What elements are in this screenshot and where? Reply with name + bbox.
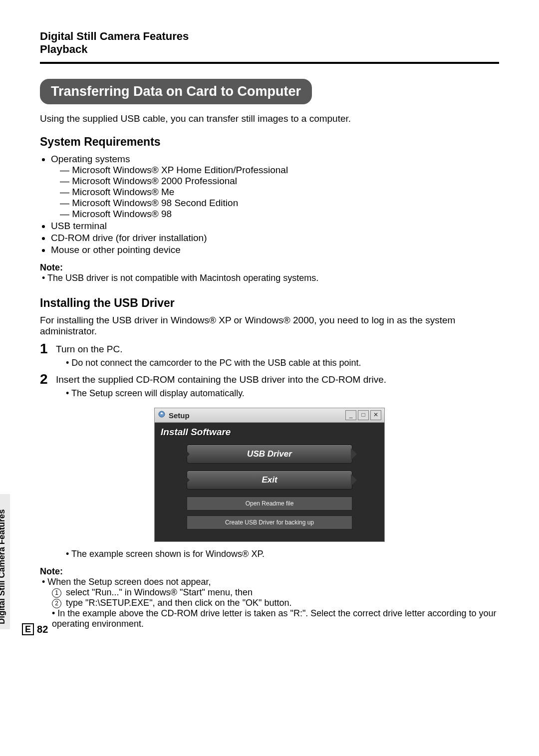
header-rule xyxy=(40,62,499,64)
header-line2: Playback xyxy=(40,43,499,56)
sysreq-heading: System Requirements xyxy=(40,135,499,149)
note-line: • When the Setup screen does not appear, xyxy=(42,577,499,587)
step-text: Insert the supplied CD-ROM containing th… xyxy=(56,372,499,385)
note-line-circ-2: 2 type "R:\SETUP.EXE", and then click on… xyxy=(52,598,499,608)
step-number: 2 xyxy=(40,372,56,386)
install-intro: For installing the USB driver in Windows… xyxy=(40,315,499,337)
note-label: Note: xyxy=(40,262,499,273)
step-number: 1 xyxy=(40,342,56,356)
os-item: — Microsoft Windows® Me xyxy=(60,187,499,198)
example-note: • The example screen shown is for Window… xyxy=(66,549,499,559)
setup-icon xyxy=(158,410,166,420)
os-label: Operating systems xyxy=(51,154,130,164)
sysreq-os: Operating systems — Microsoft Windows® X… xyxy=(51,154,499,220)
os-item: — Microsoft Windows® 2000 Professional xyxy=(60,176,499,187)
close-button[interactable]: ✕ xyxy=(370,410,381,420)
page-num-value: 82 xyxy=(37,624,48,635)
minimize-button[interactable]: _ xyxy=(345,410,356,420)
os-item: — Microsoft Windows® 98 xyxy=(60,209,499,220)
open-readme-button[interactable]: Open Readme file xyxy=(187,497,352,510)
titlebar: Setup _ □ ✕ xyxy=(155,408,384,423)
os-item: — Microsoft Windows® 98 Second Edition xyxy=(60,198,499,209)
note-line-circ-1: 1 select "Run..." in Windows® "Start" me… xyxy=(52,587,499,598)
create-backup-driver-button[interactable]: Create USB Driver for backing up xyxy=(187,515,352,529)
section-title: Transferring Data on Card to Computer xyxy=(40,79,312,104)
note-label-2: Note: xyxy=(40,566,499,577)
circled-2-icon: 2 xyxy=(52,599,61,608)
intro-paragraph: Using the supplied USB cable, you can tr… xyxy=(40,113,499,124)
sysreq-list: Operating systems — Microsoft Windows® X… xyxy=(51,154,499,255)
side-tab: Digital Still Camera Features xyxy=(0,494,10,629)
exit-button[interactable]: Exit xyxy=(187,471,352,490)
step-text: Turn on the PC. xyxy=(56,342,499,355)
sysreq-item: Mouse or other pointing device xyxy=(51,245,499,255)
sysreq-item: USB terminal xyxy=(51,221,499,232)
step-sub: • Do not connect the camcorder to the PC… xyxy=(66,358,499,368)
note-line: • In the example above the CD-ROM drive … xyxy=(52,608,499,629)
setup-window: Setup _ □ ✕ Install Software USB Driver … xyxy=(154,408,385,542)
usb-driver-button[interactable]: USB Driver xyxy=(187,445,352,464)
install-heading: Installing the USB Driver xyxy=(40,296,499,310)
maximize-button[interactable]: □ xyxy=(358,410,369,420)
note-text: • The USB driver is not compatible with … xyxy=(42,273,499,283)
install-software-label: Install Software xyxy=(155,423,384,445)
step-1: 1 Turn on the PC. xyxy=(40,342,499,356)
step-sub: • The Setup screen will display automati… xyxy=(66,388,499,399)
page-header: Digital Still Camera Features Playback xyxy=(40,30,499,56)
window-title: Setup xyxy=(169,411,190,420)
circled-1-icon: 1 xyxy=(52,588,61,598)
page-number: E 82 xyxy=(22,623,48,635)
os-item: — Microsoft Windows® XP Home Edition/Pro… xyxy=(60,165,499,176)
page-letter: E xyxy=(22,623,34,635)
step-2: 2 Insert the supplied CD-ROM containing … xyxy=(40,372,499,386)
sysreq-item: CD-ROM drive (for driver installation) xyxy=(51,233,499,244)
header-line1: Digital Still Camera Features xyxy=(40,30,499,43)
